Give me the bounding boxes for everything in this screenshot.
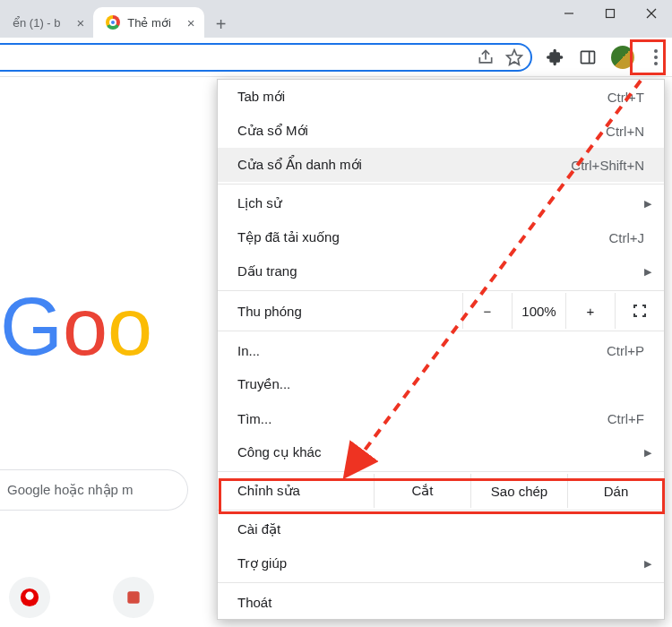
- extensions-icon[interactable]: [547, 48, 564, 66]
- titlebar: ển (1) - b × Thẻ mới × +: [0, 0, 672, 38]
- maximize-button[interactable]: [590, 0, 631, 27]
- menu-separator: [218, 471, 664, 472]
- menu-separator: [218, 582, 664, 583]
- menu-item-zoom: Thu phóng − 100% +: [218, 293, 664, 329]
- window-controls: [548, 0, 672, 27]
- chrome-icon: [106, 15, 120, 30]
- shortcut-item[interactable]: [113, 577, 154, 618]
- edit-copy-button[interactable]: Sao chép: [470, 474, 567, 508]
- zoom-value: 100%: [512, 293, 565, 329]
- new-tab-button[interactable]: +: [208, 11, 235, 38]
- menu-item-incognito[interactable]: Cửa sổ Ẩn danh mới Ctrl+Shift+N: [218, 148, 664, 182]
- tab-active[interactable]: Thẻ mới ×: [93, 7, 203, 38]
- menu-separator: [218, 290, 664, 291]
- shortcut-item[interactable]: [9, 577, 50, 618]
- submenu-arrow-icon: ▶: [644, 266, 651, 278]
- profile-avatar[interactable]: [611, 46, 634, 69]
- menu-separator: [218, 331, 664, 331]
- close-icon[interactable]: ×: [77, 15, 85, 30]
- svg-point-8: [25, 592, 33, 600]
- browser-toolbar: [0, 38, 672, 77]
- submenu-arrow-icon: ▶: [644, 447, 651, 459]
- tab-inactive[interactable]: ển (1) - b ×: [0, 7, 93, 38]
- ntp-shortcuts: [9, 577, 154, 618]
- menu-item-print[interactable]: In... Ctrl+P: [218, 333, 664, 367]
- svg-rect-13: [644, 305, 646, 308]
- close-window-button[interactable]: [631, 0, 672, 27]
- svg-rect-15: [633, 314, 635, 317]
- menu-item-downloads[interactable]: Tệp đã tải xuống Ctrl+J: [218, 220, 664, 254]
- menu-item-cast[interactable]: Truyền...: [218, 367, 664, 401]
- chrome-menu: Tab mới Ctrl+T Cửa sổ Mới Ctrl+N Cửa sổ …: [217, 79, 665, 620]
- google-search-input[interactable]: Google hoặc nhập m: [0, 469, 188, 511]
- minimize-button[interactable]: [548, 0, 590, 27]
- menu-separator: [218, 510, 664, 511]
- menu-item-help[interactable]: Trợ giúp ▶: [218, 546, 664, 580]
- zoom-in-button[interactable]: +: [565, 293, 615, 329]
- close-icon[interactable]: ×: [187, 15, 195, 30]
- menu-separator: [218, 184, 664, 185]
- svg-rect-5: [582, 51, 595, 63]
- address-bar[interactable]: [0, 43, 532, 72]
- google-logo: Goo: [0, 281, 152, 374]
- tab-label: ển (1) - b: [13, 16, 61, 30]
- menu-item-new-window[interactable]: Cửa sổ Mới Ctrl+N: [218, 114, 664, 148]
- edit-paste-button[interactable]: Dán: [567, 474, 664, 508]
- tab-label: Thẻ mới: [127, 16, 171, 30]
- menu-item-find[interactable]: Tìm... Ctrl+F: [218, 401, 664, 435]
- menu-item-settings[interactable]: Cài đặt: [218, 512, 664, 546]
- fullscreen-button[interactable]: [615, 293, 664, 329]
- search-placeholder: Google hoặc nhập m: [7, 482, 134, 498]
- svg-marker-4: [507, 49, 522, 64]
- svg-rect-9: [127, 591, 139, 603]
- star-icon[interactable]: [505, 48, 523, 66]
- menu-item-more-tools[interactable]: Công cụ khác ▶: [218, 435, 664, 469]
- svg-rect-1: [607, 10, 615, 18]
- menu-item-new-tab[interactable]: Tab mới Ctrl+T: [218, 80, 664, 114]
- menu-button[interactable]: [649, 44, 663, 71]
- menu-item-exit[interactable]: Thoát: [218, 585, 664, 619]
- zoom-out-button[interactable]: −: [462, 293, 512, 329]
- sidepanel-icon[interactable]: [579, 48, 597, 66]
- svg-rect-11: [633, 305, 635, 308]
- svg-rect-17: [644, 314, 646, 317]
- menu-item-bookmarks[interactable]: Dấu trang ▶: [218, 254, 664, 288]
- submenu-arrow-icon: ▶: [644, 558, 651, 570]
- submenu-arrow-icon: ▶: [644, 198, 651, 210]
- share-icon[interactable]: [477, 48, 495, 66]
- menu-item-edit: Chỉnh sửa Cắt Sao chép Dán: [218, 474, 664, 508]
- edit-cut-button[interactable]: Cắt: [374, 474, 470, 508]
- menu-item-history[interactable]: Lịch sử ▶: [218, 186, 664, 220]
